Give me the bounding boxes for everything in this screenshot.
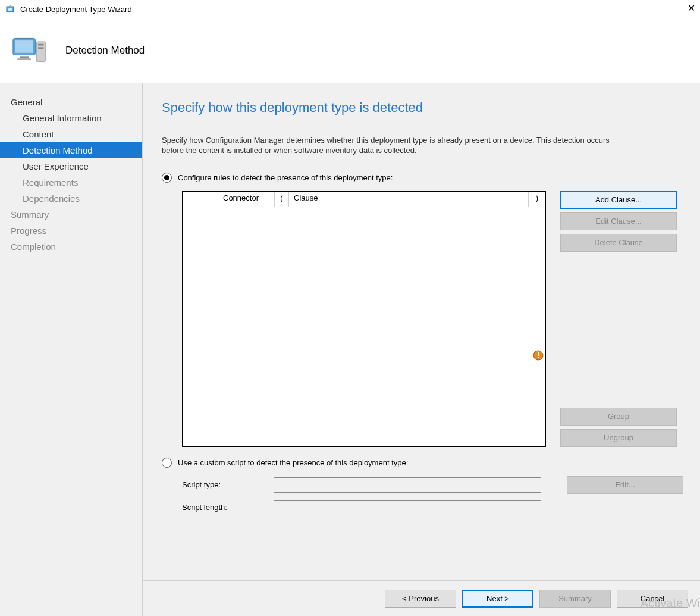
clause-buttons: Add Clause... Edit Clause... Delete Clau… <box>560 191 677 447</box>
sidebar-item-requirements[interactable]: Requirements <box>0 174 142 190</box>
sidebar-item-progress[interactable]: Progress <box>0 223 142 239</box>
svg-rect-11 <box>538 357 539 358</box>
edit-clause-button: Edit Clause... <box>560 212 677 230</box>
svg-rect-5 <box>17 58 31 60</box>
table-header-row: Connector ( Clause ) <box>183 192 545 207</box>
script-length-input <box>274 500 541 515</box>
sidebar-item-user-experience[interactable]: User Experience <box>0 158 142 174</box>
sidebar-item-general[interactable]: General <box>0 94 142 110</box>
close-icon[interactable]: ✕ <box>688 2 695 14</box>
wizard-sidebar: GeneralGeneral InformationContentDetecti… <box>0 83 143 616</box>
sidebar-item-general-information[interactable]: General Information <box>0 110 142 126</box>
rules-table[interactable]: Connector ( Clause ) <box>182 191 546 447</box>
svg-rect-10 <box>538 352 539 356</box>
wizard-header: Detection Method <box>0 18 700 83</box>
sidebar-item-dependencies[interactable]: Dependencies <box>0 190 142 207</box>
column-clause: Clause <box>289 192 529 207</box>
edit-script-button: Edit... <box>567 476 683 494</box>
main-description: Specify how Configuration Manager determ… <box>162 136 614 156</box>
main-panel: Specify how this deployment type is dete… <box>143 83 700 616</box>
column-lparen: ( <box>275 192 289 207</box>
script-type-input <box>274 477 541 493</box>
sidebar-item-completion[interactable]: Completion <box>0 239 142 255</box>
group-button: Group <box>560 408 677 426</box>
radio-configure-rules[interactable]: Configure rules to detect the presence o… <box>162 173 683 183</box>
next-button[interactable]: Next > <box>462 590 533 608</box>
delete-clause-button: Delete Clause <box>560 234 677 252</box>
svg-rect-3 <box>15 40 33 53</box>
cancel-button[interactable]: Cancel <box>617 590 688 608</box>
radio-script-label: Use a custom script to detect the presen… <box>178 458 408 467</box>
sidebar-item-detection-method[interactable]: Detection Method <box>0 142 142 158</box>
column-blank <box>183 192 218 207</box>
column-rparen: ) <box>529 192 545 207</box>
column-connector: Connector <box>218 192 275 207</box>
titlebar: Create Deployment Type Wizard ✕ <box>0 0 700 18</box>
sidebar-item-content[interactable]: Content <box>0 126 142 142</box>
sidebar-item-summary[interactable]: Summary <box>0 207 142 223</box>
wizard-footer: < Previous Next > Summary Cancel Activat… <box>143 580 700 616</box>
main-heading: Specify how this deployment type is dete… <box>162 100 683 115</box>
script-type-label: Script type: <box>182 480 258 489</box>
radio-rules-label: Configure rules to detect the presence o… <box>178 173 393 182</box>
computer-icon <box>12 35 48 67</box>
svg-rect-4 <box>20 56 29 58</box>
svg-rect-7 <box>38 43 43 45</box>
app-icon <box>6 4 15 14</box>
page-title: Detection Method <box>65 45 145 57</box>
svg-rect-8 <box>38 47 43 49</box>
previous-button[interactable]: < Previous <box>385 590 456 608</box>
radio-dot-icon <box>162 173 172 183</box>
radio-dot-icon <box>162 458 172 468</box>
window-title: Create Deployment Type Wizard <box>20 5 132 14</box>
add-clause-button[interactable]: Add Clause... <box>560 191 677 209</box>
summary-button: Summary <box>539 590 611 608</box>
script-length-label: Script length: <box>182 503 258 512</box>
ungroup-button: Ungroup <box>560 429 677 447</box>
warning-icon <box>533 350 544 363</box>
svg-rect-1 <box>8 8 12 11</box>
radio-custom-script[interactable]: Use a custom script to detect the presen… <box>162 458 683 468</box>
